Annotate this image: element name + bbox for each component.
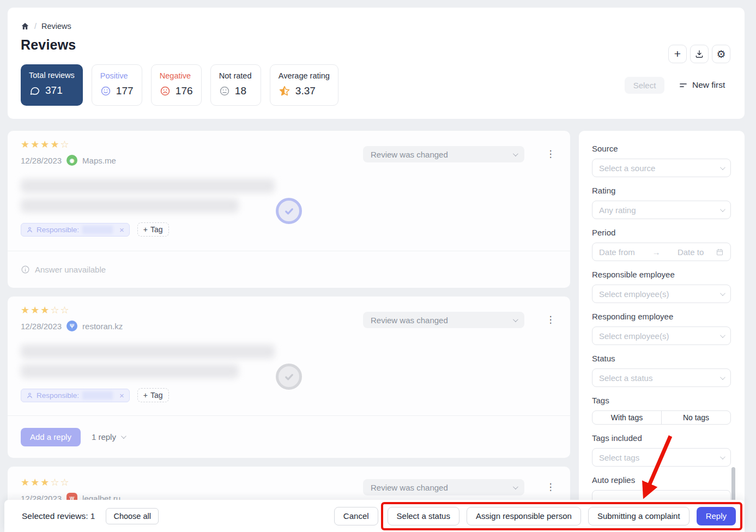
choose-all-button[interactable]: Choose all xyxy=(106,508,159,524)
stat-label: Not rated xyxy=(219,71,252,80)
cancel-button[interactable]: Cancel xyxy=(334,507,378,525)
breadcrumb: / Reviews xyxy=(21,22,71,31)
home-icon[interactable] xyxy=(21,22,29,31)
review-status-select[interactable]: Review was changed xyxy=(363,146,524,162)
star-rating: ★★★☆☆ xyxy=(21,476,70,488)
responsible-chip[interactable]: Responsible: × xyxy=(21,389,130,402)
selected-count: Selected reviews: 1 xyxy=(22,511,95,521)
star-rating: ★★★★☆ xyxy=(21,138,70,150)
settings-button[interactable]: ⚙ xyxy=(712,45,730,63)
responsible-employee-select[interactable]: Select employee(s) xyxy=(592,285,731,303)
remove-responsible-icon[interactable]: × xyxy=(119,391,124,400)
half-star-icon xyxy=(279,85,291,97)
stat-value: 176 xyxy=(176,85,193,97)
stat-value: 177 xyxy=(116,85,134,97)
tags-included-select[interactable]: Select tags xyxy=(592,448,731,467)
stat-negative[interactable]: Negative 176 xyxy=(151,64,202,106)
responsible-chip[interactable]: Responsible: × xyxy=(21,223,130,237)
stat-label: Average rating xyxy=(279,71,330,80)
add-tag-button[interactable]: + Tag xyxy=(137,388,169,402)
stat-value: 371 xyxy=(45,84,63,96)
answer-status: Answer unavailable xyxy=(8,251,570,288)
stat-total-reviews[interactable]: Total reviews 371 xyxy=(21,64,83,106)
stars-empty: ☆☆ xyxy=(50,305,70,316)
select-status-button[interactable]: Select a status xyxy=(388,507,459,525)
review-status-select[interactable]: Review was changed xyxy=(363,479,524,495)
reviews-page: / Reviews Reviews Total reviews 371 Posi… xyxy=(0,0,756,532)
review-source[interactable]: Maps.me xyxy=(82,156,116,165)
status-select[interactable]: Select a status xyxy=(592,368,731,387)
breadcrumb-separator: / xyxy=(34,22,37,31)
plus-icon: + xyxy=(143,225,148,234)
reply-button[interactable]: Reply xyxy=(697,507,736,525)
stars-empty: ☆☆ xyxy=(50,477,70,488)
chat-bubble-icon xyxy=(29,85,40,96)
review-menu-button[interactable]: ⋮ xyxy=(545,479,556,495)
review-selected-checkbox[interactable] xyxy=(276,198,302,224)
review-date: 12/28/2023 xyxy=(21,322,62,331)
review-date: 12/28/2023 xyxy=(21,156,62,165)
tags-included-placeholder: Select tags xyxy=(599,453,716,462)
responding-employee-select[interactable]: Select employee(s) xyxy=(592,327,731,345)
stat-not-rated[interactable]: Not rated 18 xyxy=(210,64,261,106)
header-card: / Reviews Reviews Total reviews 371 Posi… xyxy=(8,8,745,119)
assign-responsible-button[interactable]: Assign responsible person xyxy=(467,507,581,525)
chevron-down-icon xyxy=(720,332,725,338)
review-selected-checkbox[interactable] xyxy=(276,364,302,390)
stat-positive[interactable]: Positive 177 xyxy=(92,64,142,106)
rating-select[interactable]: Any rating xyxy=(592,201,731,219)
period-range-input[interactable]: Date from → Date to xyxy=(592,243,731,261)
tag-label: Tag xyxy=(150,225,163,234)
submit-complaint-button[interactable]: Submitting a complaint xyxy=(588,507,690,525)
filter-label-responsible: Responsible employee xyxy=(592,270,731,279)
stars-filled: ★★★★ xyxy=(21,139,61,150)
gear-icon: ⚙ xyxy=(716,48,725,61)
plus-icon: + xyxy=(143,391,148,400)
filter-label-tags: Tags xyxy=(592,396,731,405)
download-icon xyxy=(694,49,704,59)
review-source[interactable]: restoran.kz xyxy=(82,322,123,331)
review-menu-button[interactable]: ⋮ xyxy=(545,311,556,328)
neutral-face-icon xyxy=(219,86,230,96)
responsible-label: Responsible: xyxy=(37,226,79,234)
tags-segmented-control: With tags No tags xyxy=(592,410,731,425)
add-reply-button[interactable]: Add a reply xyxy=(21,428,81,446)
source-select[interactable]: Select a source xyxy=(592,159,731,177)
review-status-select[interactable]: Review was changed xyxy=(363,312,524,328)
date-to-placeholder[interactable]: Date to xyxy=(678,247,711,257)
breadcrumb-current[interactable]: Reviews xyxy=(41,22,71,31)
date-from-placeholder[interactable]: Date from xyxy=(599,247,635,257)
person-icon xyxy=(26,226,33,233)
responsible-name-redacted xyxy=(82,226,113,234)
header-actions: + ⚙ xyxy=(668,45,730,63)
stars-filled: ★★★ xyxy=(21,477,50,488)
stat-label: Total reviews xyxy=(29,71,75,80)
chevron-down-icon xyxy=(720,454,725,460)
plus-icon: + xyxy=(674,47,681,61)
filter-label-tags-included: Tags included xyxy=(592,433,731,443)
no-tags-option[interactable]: No tags xyxy=(661,411,730,424)
review-text-redacted xyxy=(21,364,239,378)
select-mode-button[interactable]: Select xyxy=(625,77,664,94)
maps-me-icon: ◉ xyxy=(66,155,77,166)
sort-control[interactable]: New first xyxy=(679,80,725,90)
replies-count: 1 reply xyxy=(92,432,116,442)
replies-toggle[interactable]: 1 reply xyxy=(92,432,125,442)
add-tag-button[interactable]: + Tag xyxy=(137,222,169,237)
with-tags-option[interactable]: With tags xyxy=(592,411,661,424)
chevron-down-icon xyxy=(720,291,725,296)
status-value: Review was changed xyxy=(371,483,448,492)
sort-icon xyxy=(679,82,688,89)
stat-value: 18 xyxy=(235,85,246,97)
export-button[interactable] xyxy=(690,45,709,63)
add-button[interactable]: + xyxy=(668,45,687,63)
source-placeholder: Select a source xyxy=(599,164,716,173)
filter-label-responding: Responding employee xyxy=(592,312,731,321)
filters-sidebar: Source Select a source Rating Any rating… xyxy=(579,131,745,512)
responsible-name-redacted xyxy=(82,391,113,400)
filter-label-auto-replies: Auto replies xyxy=(592,475,731,485)
stat-average-rating[interactable]: Average rating 3.37 xyxy=(270,64,338,106)
remove-responsible-icon[interactable]: × xyxy=(119,225,124,234)
page-title: Reviews xyxy=(21,37,76,53)
review-menu-button[interactable]: ⋮ xyxy=(545,146,556,162)
